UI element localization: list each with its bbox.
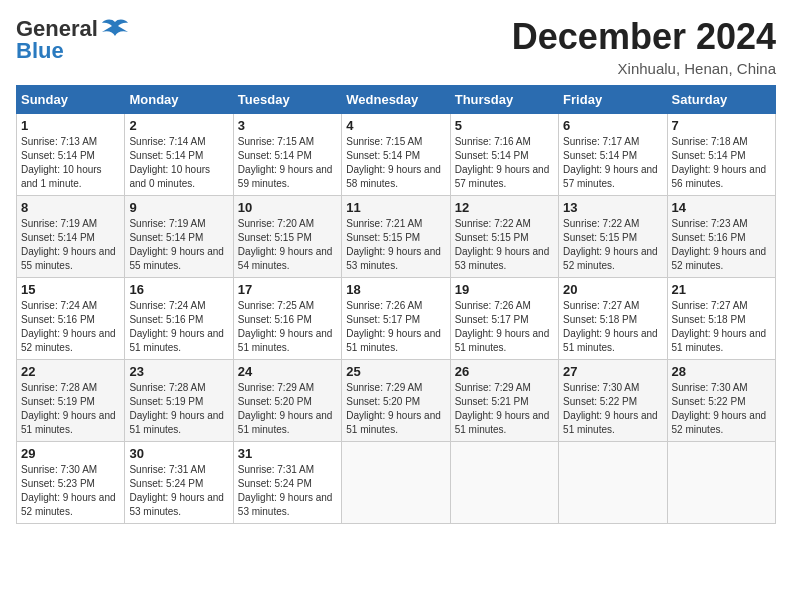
weekday-header-row: SundayMondayTuesdayWednesdayThursdayFrid… <box>17 86 776 114</box>
day-number: 9 <box>129 200 228 215</box>
day-number: 21 <box>672 282 771 297</box>
day-info: Sunrise: 7:31 AMSunset: 5:24 PMDaylight:… <box>129 464 224 517</box>
location-subtitle: Xinhualu, Henan, China <box>512 60 776 77</box>
calendar-week-row: 8Sunrise: 7:19 AMSunset: 5:14 PMDaylight… <box>17 196 776 278</box>
calendar-day-cell: 17Sunrise: 7:25 AMSunset: 5:16 PMDayligh… <box>233 278 341 360</box>
day-info: Sunrise: 7:23 AMSunset: 5:16 PMDaylight:… <box>672 218 767 271</box>
day-number: 5 <box>455 118 554 133</box>
day-number: 22 <box>21 364 120 379</box>
day-number: 13 <box>563 200 662 215</box>
calendar-week-row: 1Sunrise: 7:13 AMSunset: 5:14 PMDaylight… <box>17 114 776 196</box>
day-info: Sunrise: 7:17 AMSunset: 5:14 PMDaylight:… <box>563 136 658 189</box>
day-info: Sunrise: 7:22 AMSunset: 5:15 PMDaylight:… <box>455 218 550 271</box>
day-info: Sunrise: 7:19 AMSunset: 5:14 PMDaylight:… <box>21 218 116 271</box>
logo-bird-icon <box>100 18 130 40</box>
calendar-table: SundayMondayTuesdayWednesdayThursdayFrid… <box>16 85 776 524</box>
calendar-day-cell: 16Sunrise: 7:24 AMSunset: 5:16 PMDayligh… <box>125 278 233 360</box>
calendar-day-cell: 22Sunrise: 7:28 AMSunset: 5:19 PMDayligh… <box>17 360 125 442</box>
calendar-empty-cell <box>667 442 775 524</box>
calendar-day-cell: 6Sunrise: 7:17 AMSunset: 5:14 PMDaylight… <box>559 114 667 196</box>
calendar-empty-cell <box>450 442 558 524</box>
calendar-day-cell: 27Sunrise: 7:30 AMSunset: 5:22 PMDayligh… <box>559 360 667 442</box>
logo-blue-text: Blue <box>16 38 64 64</box>
calendar-day-cell: 7Sunrise: 7:18 AMSunset: 5:14 PMDaylight… <box>667 114 775 196</box>
day-number: 11 <box>346 200 445 215</box>
weekday-header-monday: Monday <box>125 86 233 114</box>
weekday-header-sunday: Sunday <box>17 86 125 114</box>
calendar-day-cell: 2Sunrise: 7:14 AMSunset: 5:14 PMDaylight… <box>125 114 233 196</box>
page-header: General Blue December 2024 Xinhualu, Hen… <box>16 16 776 77</box>
day-number: 19 <box>455 282 554 297</box>
calendar-week-row: 29Sunrise: 7:30 AMSunset: 5:23 PMDayligh… <box>17 442 776 524</box>
calendar-day-cell: 14Sunrise: 7:23 AMSunset: 5:16 PMDayligh… <box>667 196 775 278</box>
day-info: Sunrise: 7:30 AMSunset: 5:22 PMDaylight:… <box>563 382 658 435</box>
day-info: Sunrise: 7:26 AMSunset: 5:17 PMDaylight:… <box>346 300 441 353</box>
calendar-day-cell: 5Sunrise: 7:16 AMSunset: 5:14 PMDaylight… <box>450 114 558 196</box>
day-info: Sunrise: 7:28 AMSunset: 5:19 PMDaylight:… <box>129 382 224 435</box>
calendar-day-cell: 21Sunrise: 7:27 AMSunset: 5:18 PMDayligh… <box>667 278 775 360</box>
day-info: Sunrise: 7:18 AMSunset: 5:14 PMDaylight:… <box>672 136 767 189</box>
calendar-day-cell: 13Sunrise: 7:22 AMSunset: 5:15 PMDayligh… <box>559 196 667 278</box>
day-info: Sunrise: 7:24 AMSunset: 5:16 PMDaylight:… <box>21 300 116 353</box>
day-number: 20 <box>563 282 662 297</box>
day-number: 27 <box>563 364 662 379</box>
day-number: 4 <box>346 118 445 133</box>
calendar-empty-cell <box>559 442 667 524</box>
day-info: Sunrise: 7:29 AMSunset: 5:20 PMDaylight:… <box>346 382 441 435</box>
weekday-header-wednesday: Wednesday <box>342 86 450 114</box>
day-number: 1 <box>21 118 120 133</box>
calendar-day-cell: 12Sunrise: 7:22 AMSunset: 5:15 PMDayligh… <box>450 196 558 278</box>
logo: General Blue <box>16 16 130 64</box>
calendar-day-cell: 28Sunrise: 7:30 AMSunset: 5:22 PMDayligh… <box>667 360 775 442</box>
calendar-day-cell: 30Sunrise: 7:31 AMSunset: 5:24 PMDayligh… <box>125 442 233 524</box>
day-number: 30 <box>129 446 228 461</box>
calendar-day-cell: 1Sunrise: 7:13 AMSunset: 5:14 PMDaylight… <box>17 114 125 196</box>
day-info: Sunrise: 7:28 AMSunset: 5:19 PMDaylight:… <box>21 382 116 435</box>
calendar-day-cell: 20Sunrise: 7:27 AMSunset: 5:18 PMDayligh… <box>559 278 667 360</box>
day-info: Sunrise: 7:15 AMSunset: 5:14 PMDaylight:… <box>238 136 333 189</box>
day-info: Sunrise: 7:19 AMSunset: 5:14 PMDaylight:… <box>129 218 224 271</box>
day-info: Sunrise: 7:30 AMSunset: 5:22 PMDaylight:… <box>672 382 767 435</box>
calendar-day-cell: 29Sunrise: 7:30 AMSunset: 5:23 PMDayligh… <box>17 442 125 524</box>
weekday-header-friday: Friday <box>559 86 667 114</box>
day-number: 18 <box>346 282 445 297</box>
day-info: Sunrise: 7:24 AMSunset: 5:16 PMDaylight:… <box>129 300 224 353</box>
day-number: 2 <box>129 118 228 133</box>
day-info: Sunrise: 7:26 AMSunset: 5:17 PMDaylight:… <box>455 300 550 353</box>
day-number: 17 <box>238 282 337 297</box>
calendar-day-cell: 26Sunrise: 7:29 AMSunset: 5:21 PMDayligh… <box>450 360 558 442</box>
title-section: December 2024 Xinhualu, Henan, China <box>512 16 776 77</box>
day-info: Sunrise: 7:16 AMSunset: 5:14 PMDaylight:… <box>455 136 550 189</box>
day-info: Sunrise: 7:31 AMSunset: 5:24 PMDaylight:… <box>238 464 333 517</box>
day-info: Sunrise: 7:29 AMSunset: 5:20 PMDaylight:… <box>238 382 333 435</box>
day-info: Sunrise: 7:27 AMSunset: 5:18 PMDaylight:… <box>672 300 767 353</box>
day-number: 28 <box>672 364 771 379</box>
day-info: Sunrise: 7:21 AMSunset: 5:15 PMDaylight:… <box>346 218 441 271</box>
day-number: 25 <box>346 364 445 379</box>
weekday-header-saturday: Saturday <box>667 86 775 114</box>
weekday-header-thursday: Thursday <box>450 86 558 114</box>
day-number: 31 <box>238 446 337 461</box>
day-number: 6 <box>563 118 662 133</box>
calendar-day-cell: 24Sunrise: 7:29 AMSunset: 5:20 PMDayligh… <box>233 360 341 442</box>
day-number: 16 <box>129 282 228 297</box>
calendar-day-cell: 3Sunrise: 7:15 AMSunset: 5:14 PMDaylight… <box>233 114 341 196</box>
calendar-day-cell: 8Sunrise: 7:19 AMSunset: 5:14 PMDaylight… <box>17 196 125 278</box>
day-number: 3 <box>238 118 337 133</box>
day-number: 15 <box>21 282 120 297</box>
day-info: Sunrise: 7:15 AMSunset: 5:14 PMDaylight:… <box>346 136 441 189</box>
calendar-day-cell: 18Sunrise: 7:26 AMSunset: 5:17 PMDayligh… <box>342 278 450 360</box>
calendar-day-cell: 11Sunrise: 7:21 AMSunset: 5:15 PMDayligh… <box>342 196 450 278</box>
calendar-day-cell: 4Sunrise: 7:15 AMSunset: 5:14 PMDaylight… <box>342 114 450 196</box>
calendar-day-cell: 23Sunrise: 7:28 AMSunset: 5:19 PMDayligh… <box>125 360 233 442</box>
calendar-day-cell: 9Sunrise: 7:19 AMSunset: 5:14 PMDaylight… <box>125 196 233 278</box>
day-number: 26 <box>455 364 554 379</box>
day-info: Sunrise: 7:27 AMSunset: 5:18 PMDaylight:… <box>563 300 658 353</box>
month-title: December 2024 <box>512 16 776 58</box>
day-number: 29 <box>21 446 120 461</box>
day-info: Sunrise: 7:22 AMSunset: 5:15 PMDaylight:… <box>563 218 658 271</box>
day-info: Sunrise: 7:20 AMSunset: 5:15 PMDaylight:… <box>238 218 333 271</box>
calendar-week-row: 22Sunrise: 7:28 AMSunset: 5:19 PMDayligh… <box>17 360 776 442</box>
day-info: Sunrise: 7:29 AMSunset: 5:21 PMDaylight:… <box>455 382 550 435</box>
calendar-day-cell: 15Sunrise: 7:24 AMSunset: 5:16 PMDayligh… <box>17 278 125 360</box>
